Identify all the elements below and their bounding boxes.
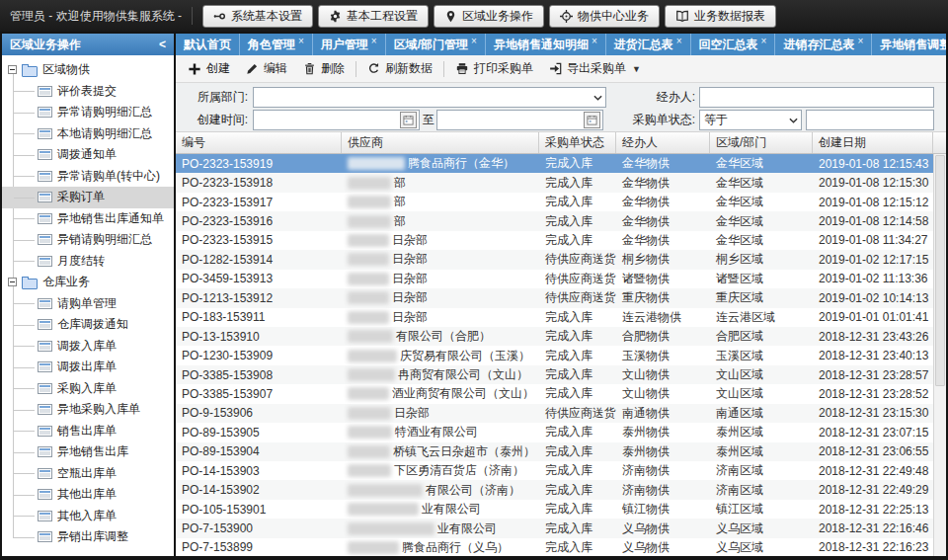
sidebar-collapse-icon[interactable]: <: [159, 38, 166, 51]
status-operator-select[interactable]: 等于: [699, 110, 802, 130]
table-row[interactable]: PO-13-153910有限公司（合肥）完成入库合肥物供合肥区域2018-12-…: [176, 327, 933, 346]
table-row[interactable]: PO-183-153911日杂部完成入库连云港物供连云港区域2019-01-01…: [176, 308, 933, 327]
column-header[interactable]: 经办人: [616, 132, 710, 153]
close-icon[interactable]: ×: [471, 36, 477, 46]
sidebar-item[interactable]: 调拨通知单: [2, 144, 174, 166]
close-icon[interactable]: ×: [857, 36, 863, 46]
tab-5[interactable]: 异地销售通知明细×: [486, 34, 606, 55]
sidebar-item[interactable]: 空瓶出库单: [2, 463, 174, 485]
close-icon[interactable]: ×: [298, 36, 304, 46]
status-value-field[interactable]: [807, 111, 933, 129]
toolbar-button-2[interactable]: 编辑: [238, 57, 295, 81]
column-header[interactable]: 供应商: [342, 132, 539, 153]
cell-status: 待供应商送货: [539, 288, 616, 307]
column-header[interactable]: 区域/部门: [710, 132, 813, 153]
close-icon[interactable]: ×: [676, 36, 682, 46]
column-header[interactable]: 编号: [176, 132, 342, 153]
chevron-down-icon[interactable]: [590, 88, 605, 107]
table-row[interactable]: PO-89-153904桥镇飞云日杂超市（泰州）完成入库泰州物供泰州区域2018…: [176, 442, 933, 461]
department-select[interactable]: [253, 87, 606, 108]
sidebar-item[interactable]: 评价表提交: [2, 81, 174, 103]
sidebar-item[interactable]: 本地请购明细汇总: [2, 123, 174, 145]
toolbar-button-4[interactable]: 刷新数据: [359, 57, 440, 81]
sidebar-item[interactable]: 采购订单: [2, 187, 174, 208]
sidebar-item[interactable]: 异常请购明细汇总: [2, 102, 174, 123]
date-from-input[interactable]: [253, 110, 420, 130]
tab-6[interactable]: 进货汇总表×: [606, 34, 691, 55]
table-row[interactable]: PO-9-153906日杂部待供应商送货南通物供南通区域2018-12-31 2…: [176, 404, 933, 423]
tab-7[interactable]: 回空汇总表×: [691, 34, 776, 55]
table-row[interactable]: PO-3385-153907酒业商贸有限公司（文山）完成入库文山物供文山区域20…: [176, 384, 933, 403]
topbar-button-4[interactable]: 物供中心业务: [549, 5, 660, 28]
table-row[interactable]: PO-2323-153918部完成入库金华物供金华区域2019-01-08 12…: [176, 173, 933, 192]
sidebar-item[interactable]: 异地销售出库通知单: [2, 208, 174, 230]
table-row[interactable]: PO-2323-153915日杂部完成入库金华物供金华区域2019-01-08 …: [176, 231, 933, 250]
table-row[interactable]: PO-1213-153912日杂部待供应商送货重庆物供重庆区域2019-01-0…: [176, 288, 933, 307]
tab-1[interactable]: 默认首页: [176, 34, 240, 55]
table-row[interactable]: PO-2323-153917部完成入库金华物供金华区域2019-01-08 12…: [176, 193, 933, 211]
table-row[interactable]: PO-7-153899腾食品商行（义乌）完成入库义乌物供义乌区域2018-12-…: [176, 538, 933, 556]
chevron-down-icon[interactable]: [785, 111, 801, 129]
scrollbar-thumb[interactable]: [935, 155, 945, 386]
sidebar-item[interactable]: 异销请购明细汇总: [2, 229, 174, 251]
collapse-minus-icon[interactable]: [8, 65, 17, 74]
topbar-button-5[interactable]: 业务数据报表: [665, 5, 776, 28]
sidebar-item[interactable]: 仓库调拨通知: [2, 314, 174, 336]
tab-3[interactable]: 用户管理×: [313, 34, 386, 55]
sidebar-item[interactable]: 其他入库单: [2, 506, 174, 527]
table-row[interactable]: PO-1230-153909庆贸易有限公司（玉溪）完成入库玉溪物供玉溪区域201…: [176, 346, 933, 364]
sidebar-item[interactable]: 调拨出库单: [2, 357, 174, 378]
close-icon[interactable]: ×: [371, 36, 377, 46]
topbar-button-3[interactable]: 区域业务操作: [434, 5, 544, 28]
table-row[interactable]: PO-3459-153913日杂部待供应商送货诸暨物供诸暨区域2019-01-0…: [176, 270, 933, 288]
table-row[interactable]: PO-2323-153919腾食品商行（金华）完成入库金华物供金华区域2019-…: [176, 154, 933, 173]
sidebar-item[interactable]: 采购入库单: [2, 378, 174, 400]
column-header[interactable]: 创建日期: [813, 132, 933, 153]
close-icon[interactable]: ×: [761, 36, 767, 46]
sidebar-item[interactable]: 异地采购入库单: [2, 399, 174, 421]
printer-icon: [455, 62, 469, 75]
tree-folder-2[interactable]: 仓库业务: [2, 272, 174, 293]
tab-2[interactable]: 角色管理×: [240, 34, 313, 55]
date-to-input[interactable]: [436, 110, 603, 130]
close-icon[interactable]: ×: [592, 36, 597, 46]
tree-folder-1[interactable]: 区域物供: [2, 59, 174, 81]
toolbar-button-1[interactable]: 创建: [180, 57, 238, 81]
toolbar-button-5[interactable]: 打印采购单: [447, 57, 541, 81]
collapse-minus-icon[interactable]: [8, 278, 17, 286]
sidebar-item[interactable]: 异地销售出库: [2, 441, 174, 463]
sidebar-item[interactable]: 异销出库调整: [2, 526, 174, 548]
tab-4[interactable]: 区域/部门管理×: [386, 34, 486, 55]
table-row[interactable]: PO-89-153905特酒业有限公司完成入库泰州物供泰州区域2018-12-3…: [176, 423, 933, 441]
sidebar-item[interactable]: 月度结转: [2, 251, 174, 273]
tab-9[interactable]: 异地销售调整明细×: [872, 34, 946, 55]
sidebar-item[interactable]: 异常请购单(转中心): [2, 166, 174, 188]
table-row[interactable]: PO-7-153900业有限公司完成入库义乌物供义乌区域2018-12-31 2…: [176, 519, 933, 537]
topbar-button-2[interactable]: 基本工程设置: [318, 5, 429, 28]
column-header[interactable]: 采购单状态: [539, 132, 616, 153]
date-from-field[interactable]: [254, 111, 400, 129]
calendar-icon[interactable]: [400, 112, 417, 128]
status-value-input[interactable]: [806, 110, 934, 130]
handler-input-field[interactable]: [700, 88, 933, 107]
toolbar-button-3[interactable]: 删除: [295, 57, 353, 81]
table-row[interactable]: PO-1282-153914日杂部待供应商送货桐乡物供桐乡区域2019-01-0…: [176, 250, 933, 269]
table-row[interactable]: PO-105-153901业有限公司完成入库镇江物供镇江区域2018-12-31…: [176, 500, 933, 519]
table-row[interactable]: PO-2323-153916部完成入库金华物供金华区域2019-01-08 12…: [176, 211, 933, 230]
cell-handler: 金华物供: [616, 211, 710, 230]
table-row[interactable]: PO-3385-153908冉商贸有限公司（文山）完成入库文山物供文山区域201…: [176, 365, 933, 384]
table-row[interactable]: PO-14-153902有限公司（济南）完成入库济南物供济南区域2018-12-…: [176, 480, 933, 499]
sidebar-item[interactable]: 请购单管理: [2, 293, 174, 315]
table-row[interactable]: PO-14-153903下区勇清百货店（济南）完成入库济南物供济南区域2018-…: [176, 461, 933, 480]
vertical-scrollbar[interactable]: [933, 154, 946, 556]
toolbar-button-6[interactable]: 导出采购单▼: [541, 57, 649, 81]
form-icon: [38, 128, 52, 139]
tab-8[interactable]: 进销存汇总表×: [775, 34, 872, 55]
handler-input[interactable]: [699, 87, 934, 108]
sidebar-item[interactable]: 销售出库单: [2, 421, 174, 442]
sidebar-item[interactable]: 其他出库单: [2, 484, 174, 506]
sidebar-item[interactable]: 调拨入库单: [2, 336, 174, 358]
topbar-button-1[interactable]: 系统基本设置: [202, 5, 313, 28]
calendar-icon[interactable]: [584, 112, 600, 128]
date-to-field[interactable]: [437, 111, 584, 129]
